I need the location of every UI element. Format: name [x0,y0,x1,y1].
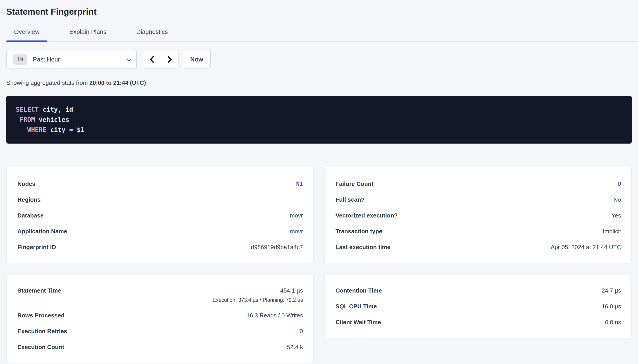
interval-selected-label: Past Hour [33,56,60,63]
summary-cards-grid: Nodes N1 Regions Database movr Applicati… [6,167,632,363]
time-interval-select[interactable]: 1h Past Hour [6,50,137,69]
detail-row: Nodes N1 [18,180,303,187]
page-title: Statement Fingerprint [6,7,632,17]
tab-diagnostics[interactable]: Diagnostics [129,28,176,41]
last-execution-time-value: Apr 05, 2024 at 21:44 UTC [551,244,621,250]
sql-line: SELECT city, id [16,104,622,115]
detail-value: 0 [618,180,621,187]
chevron-right-icon [166,55,173,64]
nodes-link[interactable]: N1 [296,180,303,187]
sql-statement-box: SELECT city, id FROM vehicles WHERE city… [6,96,632,144]
detail-value: 52.4 k [287,344,303,350]
detail-label: Fingerprint ID [18,244,56,250]
detail-label: Failure Count [336,180,374,187]
detail-label: Execution Retries [18,328,67,334]
detail-row: Fingerprint ID d986919d9ba1a4c7 [18,244,303,250]
sql-keyword: SELECT [16,106,39,113]
detail-label: SQL CPU Time [336,303,377,310]
detail-label: Vectorized execution? [336,212,398,219]
detail-row: Rows Processed 16.3 Reads / 0 Writes [18,312,303,319]
application-name-link[interactable]: movr [290,228,303,235]
detail-value: 16.3 Reads / 0 Writes [246,312,303,319]
detail-label: Last execution time [336,244,390,250]
detail-label: Rows Processed [18,312,65,319]
detail-value: Implicit [603,228,621,235]
sql-text: city = $1 [46,126,85,134]
detail-value: 454.1 µs [280,287,303,294]
detail-row: Statement Time 454.1 µs Execution: 373.4… [18,287,303,303]
detail-value: movr [290,212,303,219]
sql-keyword: WHERE [27,126,46,134]
detail-row: Client Wait Time 0.0 ns [336,319,621,326]
detail-label: Client Wait Time [336,319,381,326]
now-button[interactable]: Now [183,50,211,69]
detail-row: Full scan? No [336,196,621,203]
detail-label: Nodes [18,180,35,187]
chevron-left-icon [149,55,155,64]
detail-label: Transaction type [336,228,382,235]
time-controls: 1h Past Hour Now [6,50,632,69]
detail-row: Last execution time Apr 05, 2024 at 21:4… [336,244,621,250]
sql-text: vehicles [35,116,69,124]
statement-details-card: Nodes N1 Regions Database movr Applicati… [6,167,314,263]
detail-value: No [613,196,621,203]
statement-stats-card: Statement Time 454.1 µs Execution: 373.4… [6,273,314,363]
detail-row: Execution Retries 0 [18,328,303,334]
interval-badge: 1h [13,54,27,65]
detail-label: Regions [18,196,41,203]
aggregation-note: Showing aggregated stats from 20:00 to 2… [6,79,632,86]
statement-fingerprint-page: Statement Fingerprint Overview Explain P… [0,0,638,363]
detail-row: Database movr [18,212,303,219]
sql-indent [16,126,27,134]
sql-line: WHERE city = $1 [16,125,622,135]
detail-row: Failure Count 0 [336,180,621,187]
aggregation-note-range: 20:00 to 21:44 (UTC) [89,79,146,86]
tab-bar: Overview Explain Plans Diagnostics [6,28,638,42]
wait-time-stats-card: Contention Time 24.7 µs SQL CPU Time 16.… [324,273,632,338]
detail-value: 0 [300,328,303,334]
detail-row: SQL CPU Time 16.0 µs [336,303,621,310]
prev-interval-button[interactable] [143,50,161,68]
detail-label: Contention Time [336,287,382,294]
detail-label: Full scan? [336,196,365,203]
fingerprint-id-value: d986919d9ba1a4c7 [251,244,303,250]
detail-label: Application Name [18,228,67,235]
detail-row: Application Name movr [18,228,303,235]
tab-explain-plans[interactable]: Explain Plans [62,28,114,41]
statement-time-values: 454.1 µs Execution: 373.4 µs / Planning:… [212,287,303,303]
sql-text: city, id [39,106,73,113]
detail-row: Regions [18,196,303,203]
sql-line: FROM vehicles [16,115,622,125]
sql-indent [16,116,20,124]
execution-attributes-card: Failure Count 0 Full scan? No Vectorized… [324,167,632,263]
interval-nav-group [143,50,179,69]
detail-row: Contention Time 24.7 µs [336,287,621,294]
detail-row: Vectorized execution? Yes [336,212,621,219]
detail-value: 0.0 ns [605,319,621,326]
detail-row: Transaction type Implicit [336,228,621,235]
chevron-down-icon [127,56,132,62]
statement-time-breakdown: Execution: 373.4 µs / Planning: 79.2 µs [212,297,303,303]
detail-value: 16.0 µs [601,303,621,310]
tab-overview[interactable]: Overview [6,28,47,41]
next-interval-button[interactable] [161,50,179,68]
detail-label: Statement Time [18,287,61,294]
detail-label: Database [18,212,44,219]
detail-row: Execution Count 52.4 k [18,344,303,350]
sql-keyword: FROM [20,116,35,124]
detail-value: 24.7 µs [601,287,621,294]
aggregation-note-prefix: Showing aggregated stats from [6,79,89,86]
detail-label: Execution Count [18,344,64,350]
detail-value: Yes [611,212,621,219]
